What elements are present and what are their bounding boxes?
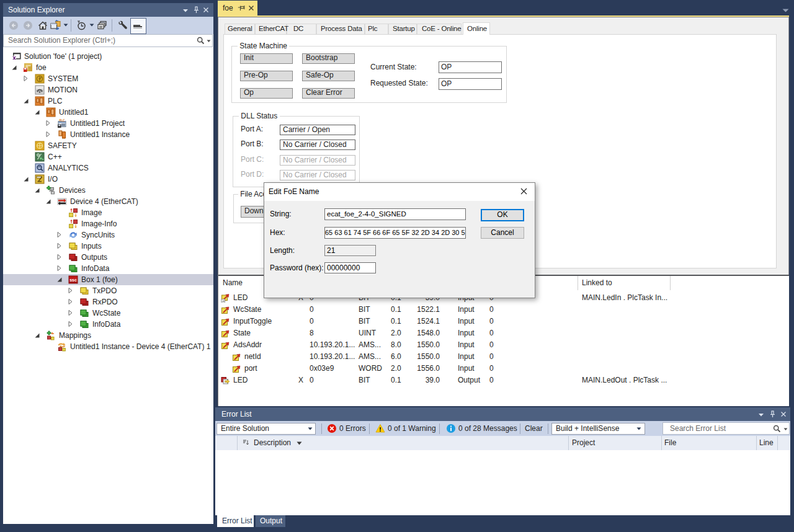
svg-text:PLC: PLC: [60, 118, 66, 122]
svg-text:ssc: ssc: [69, 277, 77, 282]
